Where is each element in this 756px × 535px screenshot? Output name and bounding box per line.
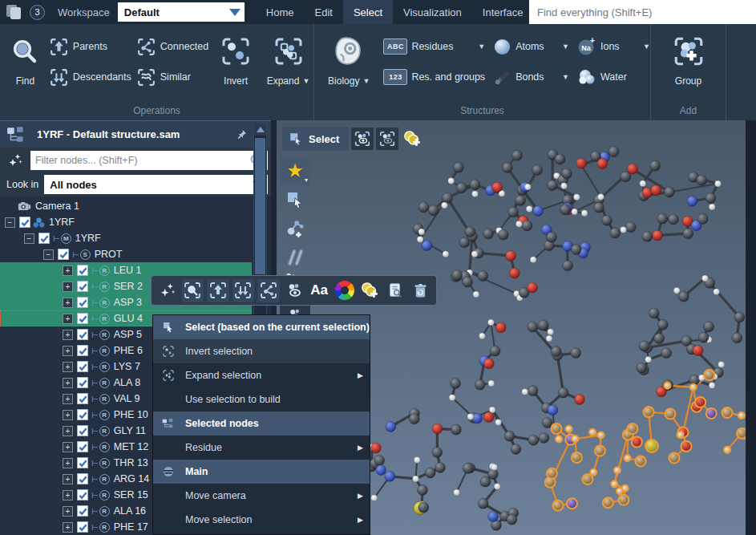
document-count-badge[interactable]: 3 bbox=[30, 5, 45, 20]
biology-button[interactable]: Biology▼ bbox=[322, 32, 375, 87]
expander-minus-icon[interactable]: − bbox=[43, 249, 54, 260]
visibility-checkbox[interactable] bbox=[77, 505, 88, 517]
expander-plus-icon[interactable]: + bbox=[63, 474, 73, 484]
parents-button[interactable]: Parents bbox=[49, 35, 131, 58]
delete-button[interactable] bbox=[409, 279, 431, 302]
parents-button[interactable] bbox=[207, 279, 229, 302]
bonds-tool-button[interactable] bbox=[280, 243, 310, 272]
global-search-input[interactable] bbox=[529, 0, 756, 24]
menu-item-move-selection[interactable]: Move selection▶ bbox=[153, 508, 370, 532]
add-structure-button[interactable] bbox=[280, 214, 310, 243]
visibility-checkbox[interactable] bbox=[77, 425, 88, 436]
visibility-checkbox[interactable] bbox=[38, 233, 50, 244]
selection-tool-button[interactable] bbox=[280, 185, 310, 214]
report-button[interactable] bbox=[384, 279, 406, 302]
tree-node-1yrf[interactable]: −⊢M1YRF bbox=[0, 230, 252, 246]
expander-plus-icon[interactable]: + bbox=[63, 394, 73, 404]
expander-plus-icon[interactable]: + bbox=[63, 442, 73, 452]
expander-plus-icon[interactable]: + bbox=[63, 458, 73, 468]
expander-plus-icon[interactable]: + bbox=[63, 490, 73, 501]
add-to-group-button[interactable] bbox=[401, 128, 423, 150]
expander-plus-icon[interactable]: + bbox=[63, 346, 73, 356]
selection-filter-icon[interactable] bbox=[5, 151, 26, 170]
colors-button[interactable] bbox=[334, 279, 356, 302]
atoms-button[interactable]: Atoms ▼ bbox=[493, 35, 569, 58]
expander-plus-icon[interactable]: + bbox=[63, 522, 73, 533]
labels-button[interactable]: Aa bbox=[308, 279, 330, 302]
expander-minus-icon[interactable]: − bbox=[5, 217, 15, 228]
visibility-checkbox[interactable] bbox=[77, 361, 88, 372]
expand-button[interactable]: Expand▼ bbox=[263, 32, 313, 87]
menu-item-use-selection-to-build[interactable]: Use selection to build bbox=[153, 387, 370, 411]
find-button[interactable] bbox=[182, 279, 204, 302]
expander-plus-icon[interactable]: + bbox=[63, 298, 73, 308]
find-button[interactable]: Find bbox=[6, 32, 44, 87]
connected-button[interactable]: Connected bbox=[136, 35, 208, 58]
similar-button[interactable]: Similar bbox=[136, 66, 208, 88]
scrollbar-thumb[interactable] bbox=[255, 138, 265, 274]
tree-node-camera-1[interactable]: Camera 1 bbox=[0, 198, 252, 214]
look-in-dropdown[interactable]: All nodes bbox=[44, 175, 268, 194]
workspace-dropdown[interactable]: Default bbox=[118, 2, 245, 22]
filter-nodes-input[interactable] bbox=[30, 155, 249, 166]
visibility-checkbox[interactable] bbox=[77, 393, 88, 404]
expander-plus-icon[interactable]: + bbox=[63, 330, 73, 340]
show-selection-button[interactable] bbox=[351, 128, 374, 150]
documents-icon[interactable] bbox=[6, 5, 22, 19]
expander-minus-icon[interactable]: − bbox=[24, 233, 34, 244]
ions-button[interactable]: Na+ Ions ▼ bbox=[577, 35, 650, 58]
visibility-checkbox[interactable] bbox=[77, 281, 88, 292]
descendants-button[interactable] bbox=[232, 279, 255, 302]
residues-button[interactable]: ABC Residues ▼ bbox=[383, 35, 485, 58]
visibility-checkbox[interactable] bbox=[77, 377, 88, 388]
expander-plus-icon[interactable]: + bbox=[63, 426, 73, 436]
selection-filter-button[interactable] bbox=[156, 279, 179, 302]
visibility-checkbox[interactable] bbox=[19, 217, 30, 228]
expander-plus-icon[interactable]: + bbox=[63, 410, 73, 420]
menu-item-main[interactable]: Main bbox=[153, 460, 370, 484]
descendants-button[interactable]: Descendants bbox=[49, 66, 131, 88]
expander-plus-icon[interactable]: + bbox=[63, 378, 73, 388]
menu-home[interactable]: Home bbox=[256, 0, 305, 24]
visibility-checkbox[interactable] bbox=[77, 345, 88, 356]
visibility-checkbox[interactable] bbox=[77, 329, 88, 340]
add-to-group-button[interactable] bbox=[358, 279, 381, 302]
expander-plus-icon[interactable]: + bbox=[63, 265, 73, 276]
group-button[interactable]: Group bbox=[664, 32, 714, 87]
presets-star-button[interactable]: ★ ▾ bbox=[280, 156, 310, 185]
menu-select[interactable]: Select bbox=[343, 0, 393, 24]
menu-item-select-based-on-the-current-selection[interactable]: Select (based on the current selection) bbox=[153, 315, 370, 339]
visibility-checkbox[interactable] bbox=[77, 489, 88, 501]
invert-button[interactable]: Invert bbox=[213, 32, 258, 87]
visibility-checkbox[interactable] bbox=[77, 441, 88, 452]
scroll-up-button[interactable] bbox=[254, 123, 266, 136]
res-and-groups-button[interactable]: 123 Res. and groups bbox=[383, 66, 485, 88]
bonds-button[interactable]: Bonds ▼ bbox=[493, 66, 569, 88]
visibility-checkbox[interactable] bbox=[77, 409, 88, 420]
visibility-checkbox[interactable] bbox=[58, 249, 69, 260]
water-button[interactable]: Water bbox=[577, 66, 650, 88]
tree-node-1yrf[interactable]: −1YRF bbox=[0, 214, 252, 230]
menu-visualization[interactable]: Visualization bbox=[393, 0, 472, 24]
menu-item-selected-nodes[interactable]: Selected nodes bbox=[153, 411, 370, 436]
hide-selection-button[interactable] bbox=[376, 128, 398, 150]
expander-plus-icon[interactable]: + bbox=[63, 362, 73, 372]
menu-item-move-camera[interactable]: Move camera▶ bbox=[153, 484, 370, 508]
visibility-checkbox[interactable] bbox=[77, 297, 88, 308]
visibility-checkbox[interactable] bbox=[77, 473, 88, 484]
menu-item-expand-selection[interactable]: Expand selection▶ bbox=[153, 363, 370, 387]
visibility-checkbox[interactable] bbox=[77, 457, 88, 468]
visibility-checkbox[interactable] bbox=[77, 313, 88, 324]
visibility-button[interactable] bbox=[283, 279, 305, 302]
pin-icon[interactable] bbox=[232, 126, 250, 144]
visibility-checkbox[interactable] bbox=[77, 265, 88, 276]
menu-edit[interactable]: Edit bbox=[304, 0, 342, 24]
expander-plus-icon[interactable]: + bbox=[63, 314, 73, 324]
expander-plus-icon[interactable]: + bbox=[63, 506, 73, 517]
menu-interface[interactable]: Interface bbox=[472, 0, 534, 24]
menu-item-residue[interactable]: Residue▶ bbox=[153, 436, 370, 460]
expander-plus-icon[interactable]: + bbox=[63, 282, 73, 292]
connected-button[interactable] bbox=[257, 279, 280, 302]
tree-node-prot[interactable]: −⊢SPROT bbox=[0, 246, 252, 262]
menu-item-invert-selection[interactable]: Invert selection bbox=[153, 339, 370, 363]
